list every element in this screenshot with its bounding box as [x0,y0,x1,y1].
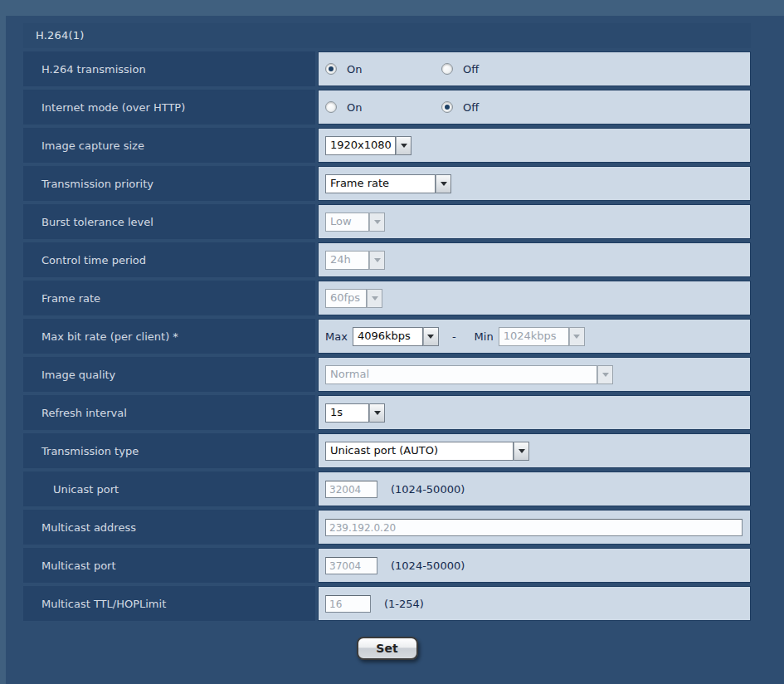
control-time-period-select: 24h [325,251,385,270]
-label: - [452,330,456,343]
table-row-image-capture-size: Image capture size1920x1080 [23,128,751,163]
row-label-multicast-port: Multicast port [23,548,315,583]
burst-tolerance-level-select: Low [325,213,385,232]
row-value-max-bit-rate-per-client: Max4096kbps-Min1024kbps [318,319,751,354]
row-value-multicast-ttl-hoplimit: 16(1-254) [318,586,751,621]
row-label-internet-mode-over-http: Internet mode (over HTTP) [23,90,315,125]
table-row-burst-tolerance-level: Burst tolerance levelLow [23,204,751,239]
image-quality-select: Normal [325,365,613,384]
select-value: 24h [325,251,369,270]
dropdown-arrow-button[interactable] [396,136,411,155]
row-value-image-quality: Normal [318,357,751,392]
row-label-transmission-type: Transmission type [23,433,315,468]
internet-mode-over-http-on-radio[interactable]: On [325,101,441,114]
multicast-port-range-note: (1024-50000) [391,559,465,572]
select-value: Low [325,213,369,232]
table-row-multicast-address: Multicast address239.192.0.20 [23,510,751,545]
dropdown-arrow-button [367,289,382,308]
radio-selected-icon[interactable] [325,63,337,75]
row-label-burst-tolerance-level: Burst tolerance level [23,204,315,239]
internet-mode-over-http-off-radio[interactable]: Off [441,101,558,114]
dropdown-arrow-button[interactable] [436,174,451,193]
min-label: Min [475,330,494,343]
row-label-transmission-priority: Transmission priority [23,166,315,201]
row-value-multicast-address: 239.192.0.20 [318,510,751,545]
image-capture-size-select[interactable]: 1920x1080 [325,136,411,155]
dropdown-arrow-button [597,365,613,384]
select-value: Frame rate [325,174,436,193]
refresh-interval-select[interactable]: 1s [325,403,385,423]
row-value-control-time-period: 24h [318,242,751,277]
radio-unselected-icon[interactable] [325,101,337,113]
row-label-image-quality: Image quality [23,357,315,392]
max-bit-rate-per-client-select[interactable]: 4096kbps [353,327,439,346]
row-label-unicast-port: Unicast port [23,471,315,506]
h-264-transmission-off-radio[interactable]: Off [441,63,558,76]
table-row-frame-rate: Frame rate60fps [23,281,751,315]
row-value-transmission-type: Unicast port (AUTO) [318,433,751,468]
multicast-port-input: 37004 [325,557,377,574]
radio-label: On [347,101,362,114]
row-label-image-capture-size: Image capture size [23,128,315,163]
select-value: 1920x1080 [325,136,396,155]
dropdown-arrow-button [569,327,585,346]
row-value-frame-rate: 60fps [318,281,751,315]
row-label-frame-rate: Frame rate [23,281,315,315]
select-value: 1024kbps [499,327,569,346]
max-label: Max [325,330,348,343]
set-button[interactable]: Set [357,637,418,660]
table-row-max-bit-rate-per-client: Max bit rate (per client) *Max4096kbps-M… [23,319,751,354]
table-row-multicast-port: Multicast port37004(1024-50000) [23,548,751,583]
row-value-image-capture-size: 1920x1080 [318,128,751,163]
dropdown-arrow-button[interactable] [369,403,385,423]
select-value: 60fps [325,289,367,308]
select-value: Normal [325,365,597,384]
transmission-type-select[interactable]: Unicast port (AUTO) [325,442,529,461]
dropdown-arrow-button[interactable] [514,442,529,461]
select-value: 4096kbps [353,327,423,346]
row-label-multicast-ttl-hoplimit: Multicast TTL/HOPLimit [23,586,315,621]
row-value-unicast-port: 32004(1024-50000) [318,471,751,506]
row-value-internet-mode-over-http: OnOff [318,90,751,125]
table-row-control-time-period: Control time period24h [23,242,751,277]
row-value-refresh-interval: 1s [318,395,751,430]
multicast-ttl-hoplimit-input: 16 [325,595,371,613]
table-row-multicast-ttl-hoplimit: Multicast TTL/HOPLimit16(1-254) [23,586,751,621]
table-row-transmission-type: Transmission typeUnicast port (AUTO) [23,433,751,468]
row-value-transmission-priority: Frame rate [318,166,751,201]
max-bit-rate-per-client-select: 1024kbps [499,327,585,346]
radio-label: Off [463,101,479,114]
radio-label: Off [463,63,479,76]
table-row-unicast-port: Unicast port32004(1024-50000) [23,471,751,506]
h264-settings-table: H.264(1) H.264 transmissionOnOffInternet… [23,23,751,660]
row-label-max-bit-rate-per-client: Max bit rate (per client) * [23,319,315,354]
frame-rate-select: 60fps [325,289,382,308]
radio-label: On [347,63,362,76]
unicast-port-input: 32004 [325,481,377,498]
radio-unselected-icon[interactable] [441,63,453,75]
section-header: H.264(1) [23,23,751,48]
dropdown-arrow-button[interactable] [423,327,439,346]
row-label-h-264-transmission: H.264 transmission [23,51,315,86]
unicast-port-range-note: (1024-50000) [391,483,465,496]
select-value: Unicast port (AUTO) [325,442,514,461]
row-value-burst-tolerance-level: Low [318,204,751,239]
row-value-multicast-port: 37004(1024-50000) [318,548,751,583]
row-label-refresh-interval: Refresh interval [23,395,315,430]
transmission-priority-select[interactable]: Frame rate [325,174,451,193]
table-row-h-264-transmission: H.264 transmissionOnOff [23,51,751,86]
table-row-image-quality: Image qualityNormal [23,357,751,392]
multicast-ttl-hoplimit-range-note: (1-254) [384,598,424,610]
multicast-address-input: 239.192.0.20 [325,519,743,536]
row-label-control-time-period: Control time period [23,242,315,277]
radio-selected-icon[interactable] [441,101,453,113]
row-label-multicast-address: Multicast address [23,510,315,545]
dropdown-arrow-button [369,251,385,270]
select-value: 1s [325,403,369,423]
settings-rows: H.264 transmissionOnOffInternet mode (ov… [23,51,751,621]
table-row-transmission-priority: Transmission priorityFrame rate [23,166,751,201]
table-row-internet-mode-over-http: Internet mode (over HTTP)OnOff [23,90,751,125]
button-bar: Set [23,637,751,660]
h-264-transmission-on-radio[interactable]: On [325,63,441,76]
row-value-h-264-transmission: OnOff [318,51,751,86]
